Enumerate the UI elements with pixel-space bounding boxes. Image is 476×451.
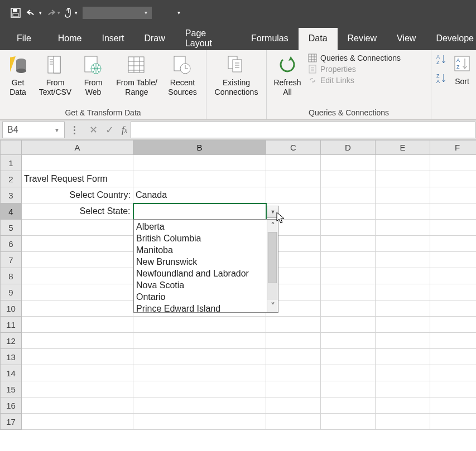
- recent-sources-button[interactable]: Recent Sources: [165, 54, 200, 97]
- row-header-12[interactable]: 12: [1, 333, 22, 349]
- cell-F8[interactable]: [430, 268, 477, 284]
- cell-E6[interactable]: [376, 236, 430, 252]
- cell-E7[interactable]: [376, 252, 430, 268]
- cell-A9[interactable]: [22, 284, 133, 300]
- cell-F6[interactable]: [430, 236, 477, 252]
- cell-F5[interactable]: [430, 220, 477, 236]
- cell-C12[interactable]: [266, 333, 321, 349]
- cell-F13[interactable]: [430, 349, 477, 365]
- row-header-16[interactable]: 16: [1, 397, 22, 414]
- cell-D16[interactable]: [321, 397, 376, 414]
- cell-D13[interactable]: [321, 349, 376, 365]
- cell-A8[interactable]: [22, 268, 133, 284]
- row-header-3[interactable]: 3: [1, 187, 22, 203]
- cell-C14[interactable]: [266, 365, 321, 381]
- refresh-all-button[interactable]: Refresh All: [270, 54, 305, 97]
- cell-C13[interactable]: [266, 349, 321, 365]
- tab-data[interactable]: Data: [299, 28, 338, 50]
- dropdown-item[interactable]: Prince Edward Island: [136, 303, 263, 314]
- cell-B14[interactable]: [133, 365, 266, 381]
- cell-D1[interactable]: [321, 155, 376, 171]
- sort-button[interactable]: AZ Sort: [451, 52, 473, 86]
- data-validation-dropdown-button[interactable]: ▼: [267, 206, 279, 218]
- row-header-11[interactable]: 11: [1, 317, 22, 333]
- cell-E2[interactable]: [376, 171, 430, 187]
- cell-F16[interactable]: [430, 397, 477, 414]
- cell-F17[interactable]: [430, 414, 477, 430]
- cell-A6[interactable]: [22, 236, 133, 252]
- cell-A13[interactable]: [22, 349, 133, 365]
- properties-item[interactable]: Properties: [308, 65, 401, 74]
- name-box[interactable]: B4 ▼: [2, 122, 65, 138]
- cell-A10[interactable]: [22, 300, 133, 317]
- cell-C11[interactable]: [266, 317, 321, 333]
- namebox-expand-button[interactable]: [68, 122, 80, 138]
- cell-F7[interactable]: [430, 252, 477, 268]
- from-table-button[interactable]: From Table/ Range: [112, 54, 162, 97]
- from-web-button[interactable]: From Web: [78, 54, 108, 97]
- redo-button[interactable]: ▾: [44, 4, 60, 21]
- cell-D6[interactable]: [321, 236, 376, 252]
- cell-A16[interactable]: [22, 397, 133, 414]
- row-header-2[interactable]: 2: [1, 171, 22, 187]
- edit-links-item[interactable]: Edit Links: [308, 76, 401, 85]
- cell-D11[interactable]: [321, 317, 376, 333]
- cell-B2[interactable]: [133, 171, 266, 187]
- dropdown-item[interactable]: Newfoundland and Labrador: [136, 268, 263, 279]
- cell-E1[interactable]: [376, 155, 430, 171]
- cell-E3[interactable]: [376, 187, 430, 203]
- save-button[interactable]: [8, 4, 23, 21]
- cell-A14[interactable]: [22, 365, 133, 381]
- select-all-corner[interactable]: [1, 140, 22, 155]
- cell-D10[interactable]: [321, 300, 376, 317]
- tab-file[interactable]: File: [9, 28, 48, 50]
- row-header-7[interactable]: 7: [1, 252, 22, 268]
- cell-D17[interactable]: [321, 414, 376, 430]
- scroll-track[interactable]: [267, 232, 278, 300]
- cell-F12[interactable]: [430, 333, 477, 349]
- cell-F1[interactable]: [430, 155, 477, 171]
- tab-review[interactable]: Review: [338, 28, 387, 50]
- cell-B1[interactable]: [133, 155, 266, 171]
- dropdown-item[interactable]: New Brunswick: [136, 256, 263, 268]
- row-header-14[interactable]: 14: [1, 365, 22, 381]
- cell-C1[interactable]: [266, 155, 321, 171]
- col-header-C[interactable]: C: [266, 140, 321, 155]
- cell-C16[interactable]: [266, 397, 321, 414]
- cell-A12[interactable]: [22, 333, 133, 349]
- tab-home[interactable]: Home: [48, 28, 92, 50]
- cell-B4[interactable]: [133, 203, 266, 220]
- row-header-17[interactable]: 17: [1, 414, 22, 430]
- cell-D14[interactable]: [321, 365, 376, 381]
- tab-developer[interactable]: Develope: [426, 28, 476, 50]
- cell-F2[interactable]: [430, 171, 477, 187]
- cell-B3[interactable]: Canada: [133, 187, 266, 203]
- cell-F9[interactable]: [430, 284, 477, 300]
- cell-E11[interactable]: [376, 317, 430, 333]
- queries-connections-item[interactable]: Queries & Connections: [308, 54, 401, 62]
- row-header-1[interactable]: 1: [1, 155, 22, 171]
- cell-D8[interactable]: [321, 268, 376, 284]
- col-header-A[interactable]: A: [22, 140, 133, 155]
- enter-icon[interactable]: ✓: [105, 124, 114, 136]
- dropdown-scrollbar[interactable]: ˄ ˅: [267, 220, 278, 312]
- cell-E8[interactable]: [376, 268, 430, 284]
- col-header-D[interactable]: D: [321, 140, 376, 155]
- tab-insert[interactable]: Insert: [92, 28, 134, 50]
- cell-B13[interactable]: [133, 349, 266, 365]
- cell-F4[interactable]: [430, 203, 477, 220]
- scroll-down-icon[interactable]: ˅: [267, 300, 278, 312]
- cell-E15[interactable]: [376, 381, 430, 397]
- cell-C3[interactable]: [266, 187, 321, 203]
- row-header-9[interactable]: 9: [1, 284, 22, 300]
- col-header-E[interactable]: E: [376, 140, 430, 155]
- from-csv-button[interactable]: From Text/CSV: [36, 54, 75, 97]
- tab-page-layout[interactable]: Page Layout: [175, 28, 241, 50]
- cell-A7[interactable]: [22, 252, 133, 268]
- row-header-15[interactable]: 15: [1, 381, 22, 397]
- cell-C17[interactable]: [266, 414, 321, 430]
- row-header-10[interactable]: 10: [1, 300, 22, 317]
- cancel-icon[interactable]: ✕: [89, 124, 98, 136]
- cell-F15[interactable]: [430, 381, 477, 397]
- qat-more-button[interactable]: ▾: [171, 4, 186, 21]
